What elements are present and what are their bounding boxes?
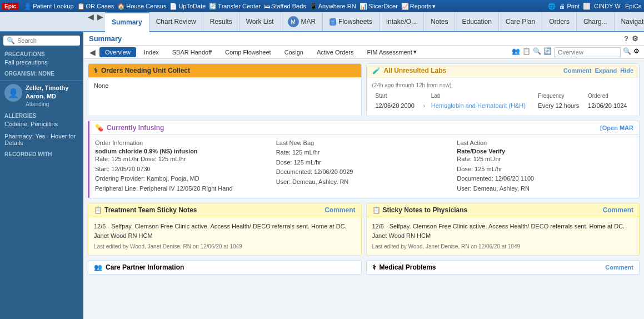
sub-tab-active-orders[interactable]: Active Orders	[311, 47, 360, 57]
nav-staffed-beds[interactable]: 🛏 Staffed Beds	[264, 3, 306, 9]
people-icon[interactable]: 👥	[512, 47, 520, 57]
expand-icon[interactable]: ⬜	[583, 3, 591, 10]
tab-chart-review[interactable]: Chart Review	[149, 12, 203, 31]
labs-expand-action[interactable]: Expand	[595, 67, 617, 74]
sub-tab-sbar[interactable]: SBAR Handoff	[167, 47, 217, 57]
tab-care-plan[interactable]: Care Plan	[499, 12, 542, 31]
nav-anywhere-rn[interactable]: 📱 Anywhere RN	[309, 3, 356, 10]
tab-mar[interactable]: M MAR	[281, 12, 323, 31]
allergies-title: ALLERGIES	[4, 113, 79, 119]
labs-arrow: ›	[421, 101, 427, 110]
last-bag-rate: Rate: 125 mL/hr	[276, 148, 453, 158]
epic-logo[interactable]: Epic	[2, 3, 18, 10]
sidebar-search-container[interactable]: 🔍	[3, 36, 80, 46]
search-input[interactable]	[17, 37, 77, 44]
physician-sticky-header: 📋 Sticky Notes to Physicians Comment	[367, 203, 640, 217]
labs-lab-header: Lab	[429, 92, 535, 100]
sub-tab-overview[interactable]: Overview	[99, 47, 136, 57]
search-icon: 🔍	[7, 37, 15, 44]
sticky-notes-row: 📋 Treatment Team Sticky Notes Comment 12…	[88, 203, 640, 256]
filter-icon[interactable]: ⚙	[633, 47, 640, 57]
order-provider: Ordering Provider: Kamboj, Pooja, MD	[95, 174, 272, 184]
last-bag-doc: Documented: 12/06/20 0929	[276, 167, 453, 177]
copy-icon[interactable]: 📋	[522, 47, 531, 57]
sidebar: 🔍 PRECAUTIONS Fall precautions Organism:…	[0, 32, 83, 319]
tab-intake[interactable]: Intake/O...	[380, 12, 424, 31]
labs-start-date: 12/06/20 2000	[373, 101, 420, 110]
allergies-item[interactable]: Codeine, Penicillins	[4, 120, 79, 128]
tab-orders[interactable]: Orders	[542, 12, 577, 31]
treatment-sticky-comment[interactable]: Comment	[325, 206, 355, 214]
nav-reports[interactable]: 📈 Reports ▾	[401, 3, 436, 10]
last-action-doc: Documented: 12/06/20 1100	[457, 174, 633, 184]
order-details: Rate: 125 mL/hr Dose: 125 mL/hr	[95, 154, 272, 165]
physician-sticky-content: 12/6 - Selfpay. Clemson Free Clinic acti…	[372, 222, 634, 240]
sub-nav: ◀ Overview Index SBAR Handoff Comp Flows…	[83, 46, 644, 59]
nav-slicerdicer[interactable]: 📊 SlicerDicer	[360, 3, 398, 10]
physician-sticky-body: 12/6 - Selfpay. Clemson Free Clinic acti…	[367, 217, 640, 255]
tab-results[interactable]: Results	[203, 12, 239, 31]
help-icon[interactable]: ?	[624, 34, 628, 43]
nav-back[interactable]: ◀	[86, 12, 96, 31]
sub-tab-comp-flowsheet[interactable]: Comp Flowsheet	[219, 47, 277, 57]
labs-body: (24h ago through 12h from now) Start Lab…	[367, 78, 640, 116]
infusing-last-bag-col: Last New Bag Rate: 125 mL/hr Dose: 125 m…	[276, 139, 453, 193]
nav-or-cases[interactable]: 📋 OR Cases	[77, 3, 114, 10]
labs-lab-name[interactable]: Hemoglobin and Hematocrit (H&H)	[429, 101, 535, 110]
labs-hide-action[interactable]: Hide	[620, 67, 633, 74]
nav-forward[interactable]: ▶	[96, 12, 105, 31]
physician-sticky-comment[interactable]: Comment	[603, 206, 633, 214]
open-mar-action[interactable]: [Open MAR	[600, 124, 633, 131]
order-start: Start: 12/05/20 0730	[95, 165, 272, 175]
physician-sticky-icon: 📋	[372, 206, 381, 214]
avatar: 👤	[4, 84, 22, 102]
nav-house-census[interactable]: 🏠 House Census	[117, 3, 166, 10]
care-partner-icon: 👥	[94, 263, 102, 271]
tab-bar: ◀ ▶ Summary Chart Review Results Work Li…	[0, 12, 644, 32]
fall-precautions-item[interactable]: Fall precautions	[4, 58, 79, 66]
tab-flowsheets[interactable]: ≡ Flowsheets	[323, 12, 380, 31]
pharmacy-item[interactable]: Pharmacy: Yes - Hover for Details	[4, 132, 79, 147]
labs-subtitle: (24h ago through 12h from now)	[372, 82, 634, 88]
sub-search-input[interactable]	[554, 47, 621, 57]
labs-icon: 🧪	[372, 67, 381, 74]
labs-ordered-header: Ordered	[586, 92, 632, 100]
sub-nav-back[interactable]: ◀	[88, 48, 97, 57]
top-nav: Epic 👤 Patient Lookup 📋 OR Cases 🏠 House…	[0, 0, 644, 12]
summary-header: Summary ? ⚙	[83, 32, 644, 46]
main-content: Summary ? ⚙ ◀ Overview Index SBAR Handof…	[83, 32, 644, 319]
refresh-icon[interactable]: 🔄	[543, 47, 552, 57]
tab-work-list[interactable]: Work List	[239, 12, 281, 31]
tab-summary[interactable]: Summary	[105, 12, 149, 32]
allergies-section: ALLERGIES Codeine, Penicillins	[0, 111, 83, 130]
labs-actions: Comment Expand Hide	[563, 67, 633, 74]
orders-collect-card: ⚕ Orders Needing Unit Collect None	[88, 63, 362, 116]
nav-patient-lookup[interactable]: 👤 Patient Lookup	[24, 3, 73, 10]
globe-icon[interactable]: 🌐	[548, 3, 556, 10]
tab-charg[interactable]: Charg...	[577, 12, 615, 31]
tab-notes[interactable]: Notes	[424, 12, 455, 31]
orders-collect-content: None	[94, 82, 108, 89]
sub-tab-index[interactable]: Index	[138, 47, 164, 57]
infusing-last-action-col: Last Action Rate/Dose Verify Rate: 125 m…	[457, 139, 633, 193]
order-info-label: Order Information	[95, 139, 272, 146]
medical-problems-title: Medical Problems	[380, 263, 436, 271]
medical-problems-comment[interactable]: Comment	[605, 264, 633, 271]
organism-section: Organism: None	[0, 68, 83, 80]
sub-tab-fim[interactable]: FIM Assessment ▾	[362, 47, 422, 57]
order-name: sodium chloride 0.9% (NS) infusion	[95, 148, 272, 154]
sub-tab-cosign[interactable]: Cosign	[279, 47, 309, 57]
zoom-icon[interactable]: 🔍	[533, 47, 541, 57]
sub-nav-icons: 👥 📋 🔍 🔄 🔍 ⚙	[512, 47, 640, 57]
sub-search-icon[interactable]: 🔍	[623, 47, 631, 57]
precautions-section: PRECAUTIONS Fall precautions	[0, 49, 83, 68]
labs-comment-action[interactable]: Comment	[563, 67, 592, 74]
nav-uptodate[interactable]: 📄 UpToDate	[169, 3, 206, 10]
physician-sticky-edited: Last edited by Wood, Janet Denise, RN on…	[372, 242, 634, 251]
print-button[interactable]: 🖨 Print	[559, 3, 580, 9]
nav-transfer-center[interactable]: 🔄 Transfer Center	[209, 3, 261, 10]
recorded-title: RECORDED WITH	[4, 151, 79, 157]
tab-navigators[interactable]: Navigators	[615, 12, 644, 31]
settings-icon[interactable]: ⚙	[632, 34, 638, 43]
tab-education[interactable]: Education	[455, 12, 498, 31]
